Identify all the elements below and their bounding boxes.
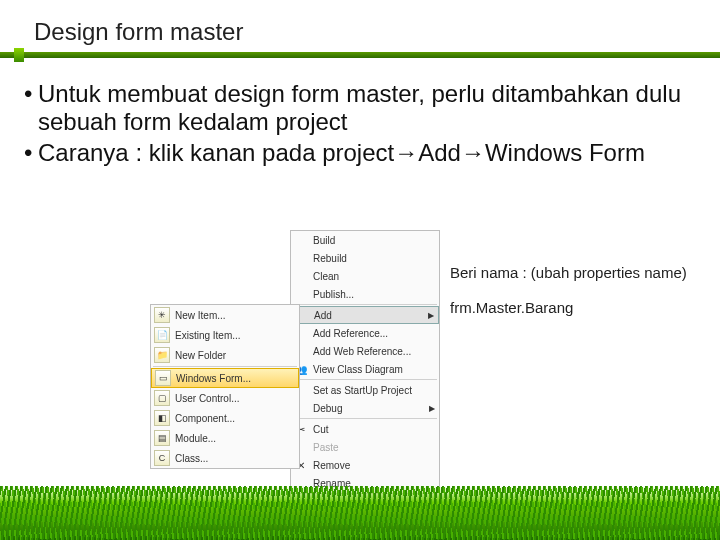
menu-separator [293,379,437,380]
menu-item-icon [294,287,308,301]
menu-item[interactable]: Add Reference... [291,324,439,342]
menu-item-label: Set as StartUp Project [313,385,412,396]
menu-item-label: Publish... [313,289,354,300]
menu-item-label: Rebuild [313,253,347,264]
title-bar [0,52,720,62]
menu-item-label: Remove [313,460,350,471]
submenu-item-icon: 📁 [154,347,170,363]
menu-item[interactable]: CClass... [151,448,299,468]
menu-item[interactable]: 📄Existing Item... [151,325,299,345]
submenu-item-icon: ◧ [154,410,170,426]
submenu-item-icon: ▢ [154,390,170,406]
menu-item-label: View Class Diagram [313,364,403,375]
bullet-list: •Untuk membuat design form master, perlu… [0,62,720,167]
menu-item-label: User Control... [175,393,239,404]
menu-item-label: New Item... [175,310,226,321]
menu-item[interactable]: ◧Component... [151,408,299,428]
annotation-line: Beri nama : (ubah properties name) [450,264,687,283]
menu-item[interactable]: Add Web Reference... [291,342,439,360]
submenu-item-icon: 📄 [154,327,170,343]
submenu-item-icon: ▤ [154,430,170,446]
context-menu-screenshot: BuildRebuildCleanPublish...Add▶Add Refer… [150,230,440,485]
menu-item-label: Build [313,235,335,246]
menu-item[interactable]: Build [291,231,439,249]
annotation-block: Beri nama : (ubah properties name) frm.M… [450,264,687,334]
menu-item-label: Add [314,310,332,321]
menu-separator [153,366,297,367]
menu-item[interactable]: Rebuild [291,249,439,267]
menu-item[interactable]: ✂Cut [291,420,439,438]
menu-item-label: Paste [313,442,339,453]
menu-item-label: Clean [313,271,339,282]
menu-item[interactable]: ✕Remove [291,456,439,474]
bullet-item: •Caranya : klik kanan pada project→Add→W… [24,139,696,167]
menu-item[interactable]: 👥View Class Diagram [291,360,439,378]
menu-separator [293,304,437,305]
menu-item-icon [294,269,308,283]
menu-item-label: New Folder [175,350,226,361]
menu-item-label: Module... [175,433,216,444]
menu-item-label: Class... [175,453,208,464]
submenu-arrow-icon: ▶ [428,311,434,320]
grass-decoration [0,486,720,540]
menu-item[interactable]: 📁New Folder [151,345,299,365]
slide-title: Design form master [0,0,720,52]
submenu-item-icon: ▭ [155,370,171,386]
submenu-arrow-icon: ▶ [429,404,435,413]
menu-item-icon [294,251,308,265]
menu-item-label: Existing Item... [175,330,241,341]
menu-item-label: Debug [313,403,342,414]
menu-item-label: Cut [313,424,329,435]
menu-item-label: Add Reference... [313,328,388,339]
menu-item-label: Windows Form... [176,373,251,384]
menu-item[interactable]: Set as StartUp Project [291,381,439,399]
menu-item[interactable]: ✳New Item... [151,305,299,325]
menu-item[interactable]: ▤Module... [151,428,299,448]
menu-item[interactable]: ▭Windows Form... [151,368,299,388]
submenu-item-icon: C [154,450,170,466]
menu-item[interactable]: Paste [291,438,439,456]
menu-item[interactable]: Debug▶ [291,399,439,417]
context-menu-add-submenu: ✳New Item...📄Existing Item...📁New Folder… [150,304,300,469]
menu-item[interactable]: Clean [291,267,439,285]
menu-item[interactable]: Add▶ [291,306,439,324]
annotation-line: frm.Master.Barang [450,299,687,318]
menu-item-label: Component... [175,413,235,424]
bullet-item: •Untuk membuat design form master, perlu… [24,80,696,137]
menu-item[interactable]: Publish... [291,285,439,303]
submenu-item-icon: ✳ [154,307,170,323]
menu-item-label: Add Web Reference... [313,346,411,357]
menu-separator [293,418,437,419]
menu-item[interactable]: ▢User Control... [151,388,299,408]
menu-item-icon [294,233,308,247]
